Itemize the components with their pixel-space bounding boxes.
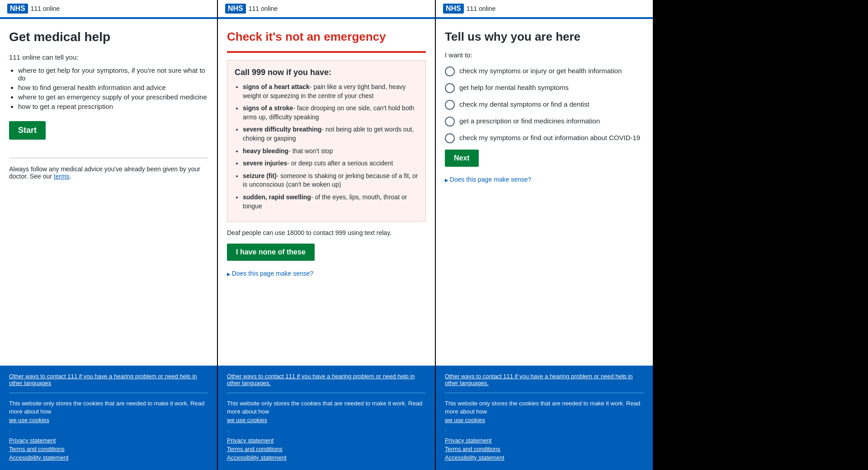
red-divider <box>227 51 426 53</box>
header-title-panel2: 111 online <box>249 5 278 12</box>
page2-title: Check it's not an emergency <box>227 30 426 44</box>
emergency-item-0: signs of a heart attack- pain like a ver… <box>243 83 418 100</box>
footer-panel1: Other ways to contact 111 if you have a … <box>0 366 217 470</box>
nhs-logo-panel1: NHS <box>7 4 28 14</box>
page3-intro: I want to: <box>445 51 644 59</box>
radio-option-3: get a prescription or find medicines inf… <box>445 116 644 127</box>
nhs-logo-panel3: NHS <box>443 4 464 14</box>
footer-panel3: Other ways to contact 111 if you have a … <box>436 366 653 470</box>
accessibility-link-panel3[interactable]: Accessibility statement <box>445 454 644 461</box>
radio-circle-0[interactable] <box>445 66 455 76</box>
radio-circle-3[interactable] <box>445 117 455 127</box>
main-content-panel3: Tell us why you are here I want to: chec… <box>436 19 653 366</box>
page-sense-panel3[interactable]: Does this page make sense? <box>445 176 644 183</box>
footer-divider3 <box>445 393 644 393</box>
page1-intro: 111 online can tell you: <box>9 53 208 61</box>
footer-links-panel3: Privacy statement Terms and conditions A… <box>445 437 644 461</box>
list-item: where to get help for your symptoms, if … <box>18 66 208 82</box>
list-item: how to get a repeat prescription <box>18 103 208 110</box>
emergency-box: Call 999 now if you have: signs of a hea… <box>227 60 426 222</box>
cookie-text-panel2: This website only stores the cookies tha… <box>227 400 426 433</box>
accessibility-link-panel2[interactable]: Accessibility statement <box>227 454 426 461</box>
cookie-text-panel3: This website only stores the cookies tha… <box>445 400 644 433</box>
radio-circle-1[interactable] <box>445 83 455 93</box>
radio-label-3: get a prescription or find medicines inf… <box>459 116 600 126</box>
panel-get-medical-help: NHS 111 online Get medical help 111 onli… <box>0 0 217 470</box>
divider <box>9 158 208 158</box>
footer-divider2 <box>227 393 426 393</box>
page1-list: where to get help for your symptoms, if … <box>9 66 208 110</box>
page-sense-panel2[interactable]: Does this page make sense? <box>227 270 426 277</box>
footer-divider <box>9 393 208 393</box>
terms-conditions-link-panel3[interactable]: Terms and conditions <box>445 446 644 452</box>
contact-link-panel3[interactable]: Other ways to contact 111 if you have a … <box>445 373 644 386</box>
contact-link-panel1[interactable]: Other ways to contact 111 if you have a … <box>9 373 208 386</box>
panel-why-here: NHS 111 online Tell us why you are here … <box>436 0 653 470</box>
cookie-text-panel1: This website only stores the cookies tha… <box>9 400 208 433</box>
page1-title: Get medical help <box>9 30 208 44</box>
radio-label-4: check my symptoms or find out informatio… <box>459 133 640 142</box>
deaf-text: Deaf people can use 18000 to contact 999… <box>227 229 426 236</box>
header-panel3: NHS 111 online <box>436 0 653 19</box>
radio-option-0: check my symptoms or injury or get healt… <box>445 66 644 76</box>
emergency-item-4: severe injuries- or deep cuts after a se… <box>243 159 418 168</box>
emergency-box-title: Call 999 now if you have: <box>235 68 418 77</box>
radio-label-0: check my symptoms or injury or get healt… <box>459 66 622 75</box>
next-button[interactable]: Next <box>445 150 479 167</box>
radio-label-2: check my dental symptoms or find a denti… <box>459 99 590 109</box>
emergency-item-3: heavy bleeding- that won't stop <box>243 147 418 156</box>
cookie-link-panel1[interactable]: we use cookies <box>9 416 208 424</box>
page3-title: Tell us why you are here <box>445 30 644 44</box>
privacy-link-panel3[interactable]: Privacy statement <box>445 437 644 444</box>
list-item: how to find general health information a… <box>18 84 208 91</box>
terms-text: Always follow any medical advice you've … <box>9 165 208 180</box>
header-title-panel3: 111 online <box>467 5 496 12</box>
radio-circle-2[interactable] <box>445 100 455 110</box>
panel-emergency-check: NHS 111 online Check it's not an emergen… <box>218 0 435 470</box>
privacy-link-panel2[interactable]: Privacy statement <box>227 437 426 444</box>
footer-links-panel1: Privacy statement Terms and conditions A… <box>9 437 208 461</box>
header-panel2: NHS 111 online <box>218 0 435 19</box>
privacy-link-panel1[interactable]: Privacy statement <box>9 437 208 444</box>
emergency-item-5: seizure (fit)- someone is shaking or jer… <box>243 172 418 189</box>
cookie-link-panel2[interactable]: we use cookies <box>227 416 426 424</box>
main-content-panel2: Check it's not an emergency Call 999 now… <box>218 19 435 366</box>
terms-conditions-link-panel2[interactable]: Terms and conditions <box>227 446 426 452</box>
main-content-panel1: Get medical help 111 online can tell you… <box>0 19 217 366</box>
cookie-link-panel3[interactable]: we use cookies <box>445 416 644 424</box>
emergency-item-1: signs of a stroke- face drooping on one … <box>243 104 418 122</box>
emergency-list: signs of a heart attack- pain like a ver… <box>235 83 418 211</box>
footer-links-panel2: Privacy statement Terms and conditions A… <box>227 437 426 461</box>
radio-label-1: get help for mental health symptoms <box>459 83 569 92</box>
radio-circle-4[interactable] <box>445 133 455 143</box>
none-button[interactable]: I have none of these <box>227 244 315 261</box>
contact-link-panel2[interactable]: Other ways to contact 111 if you have a … <box>227 373 426 386</box>
emergency-item-6: sudden, rapid swelling- of the eyes, lip… <box>243 193 418 211</box>
header-panel1: NHS 111 online <box>0 0 217 19</box>
start-button[interactable]: Start <box>9 121 46 140</box>
header-title-panel1: 111 online <box>31 5 60 12</box>
emergency-item-2: severe difficulty breathing- not being a… <box>243 125 418 143</box>
radio-option-1: get help for mental health symptoms <box>445 83 644 93</box>
list-item: where to get an emergency supply of your… <box>18 93 208 101</box>
footer-panel2: Other ways to contact 111 if you have a … <box>218 366 435 470</box>
terms-link[interactable]: terms <box>54 173 70 180</box>
terms-conditions-link-panel1[interactable]: Terms and conditions <box>9 446 208 452</box>
radio-option-2: check my dental symptoms or find a denti… <box>445 99 644 110</box>
nhs-logo-panel2: NHS <box>225 4 246 14</box>
radio-option-4: check my symptoms or find out informatio… <box>445 133 644 143</box>
accessibility-link-panel1[interactable]: Accessibility statement <box>9 454 208 461</box>
